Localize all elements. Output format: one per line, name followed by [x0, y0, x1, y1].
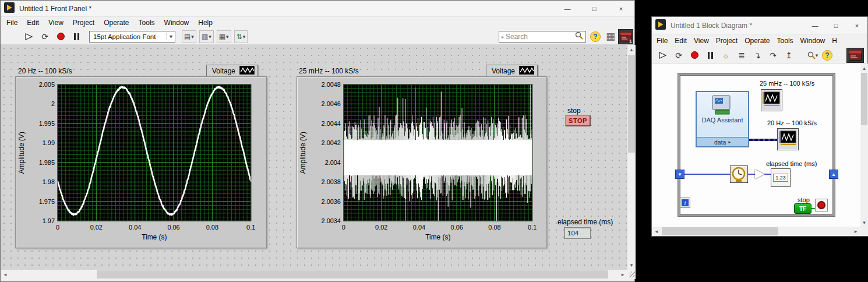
block-diagram-canvas[interactable]: DAQ Assistant data ▸ 25 mHz -- 100 kS/s …	[652, 64, 860, 227]
menu-project[interactable]: Project	[712, 36, 741, 46]
shift-register-right[interactable]: ▲	[829, 170, 838, 179]
chevron-down-icon: ▾	[209, 34, 211, 40]
resize-grip[interactable]	[629, 272, 635, 277]
wire-shift-register-to-clock[interactable]	[684, 174, 730, 175]
stop-button[interactable]: STOP	[565, 115, 591, 126]
daq-data-port[interactable]: data ▸	[697, 137, 748, 146]
elapsed-time-node[interactable]	[730, 165, 748, 183]
window-thumbnail-button[interactable]: 1	[618, 29, 633, 44]
scrollbar-thumb[interactable]	[97, 270, 608, 279]
chart2-legend[interactable]: Voltage	[486, 65, 538, 77]
run-button[interactable]	[657, 49, 669, 62]
waveform-chart-noise[interactable]: 2.00342.00362.00382.0042.00422.00442.004…	[297, 76, 547, 248]
front-panel-titlebar[interactable]: Untitled 1 Front Panel * — □ ×	[1, 1, 634, 17]
block-diagram-titlebar[interactable]: Untitled 1 Block Diagram * — □ ×	[652, 17, 867, 34]
chart2-caption: 25 mHz -- 100 kS/s	[299, 67, 359, 75]
dynamic-data-wire[interactable]	[749, 139, 777, 141]
highlight-execution-button[interactable]: ☼	[719, 49, 732, 62]
abort-button[interactable]	[54, 30, 67, 43]
search-icon[interactable]	[575, 31, 583, 42]
daq-assistant-label: DAQ Assistant	[702, 117, 743, 124]
stop-boolean-terminal[interactable]: TF	[794, 203, 811, 214]
loop-iteration-terminal[interactable]: i	[680, 198, 690, 208]
close-button[interactable]: ×	[846, 17, 867, 34]
shift-register-left[interactable]: ▼	[675, 170, 684, 179]
abort-button[interactable]	[688, 49, 701, 62]
horizontal-scrollbar[interactable]: ◂ ▸	[652, 227, 860, 236]
menu-file[interactable]: File	[2, 17, 22, 28]
scroll-down-icon[interactable]: ▾	[627, 260, 636, 270]
scroll-left-icon[interactable]: ◂	[652, 227, 661, 236]
scrollbar-thumb[interactable]	[662, 227, 778, 235]
menu-help[interactable]: H	[828, 36, 841, 46]
align-objects-dropdown[interactable]: ▤▾	[182, 30, 196, 43]
front-panel-canvas[interactable]: 20 Hz -- 100 kS/s Voltage 1.971.9751.981…	[1, 45, 627, 270]
distribute-objects-dropdown[interactable]: ▥▾	[199, 30, 214, 43]
menu-operate[interactable]: Operate	[741, 36, 773, 46]
window-thumbnail-button[interactable]	[846, 48, 864, 63]
menu-project[interactable]: Project	[68, 17, 99, 28]
maximize-button[interactable]: □	[825, 17, 846, 34]
vertical-scrollbar[interactable]: ▴ ▾	[627, 45, 636, 270]
menu-help[interactable]: Help	[193, 17, 217, 28]
svg-text:1.98: 1.98	[43, 178, 55, 185]
wire-clock-to-conversion[interactable]	[748, 174, 755, 175]
retain-wire-values-button[interactable]: ≣	[735, 49, 748, 62]
scroll-down-icon[interactable]: ▾	[860, 218, 868, 227]
scrollbar-thumb[interactable]	[628, 55, 635, 153]
waveform-chart-sine[interactable]: 1.971.9751.981.9851.991.99522.00500.020.…	[15, 76, 267, 248]
menu-operate[interactable]: Operate	[99, 17, 133, 28]
resize-objects-dropdown[interactable]: ▦▾	[217, 30, 231, 43]
menu-window[interactable]: Window	[160, 17, 194, 28]
menu-edit[interactable]: Edit	[671, 36, 690, 46]
reorder-dropdown[interactable]: ⇅▾	[234, 30, 248, 43]
step-out-button[interactable]: ↥	[782, 49, 795, 62]
menu-tools[interactable]: Tools	[134, 17, 160, 28]
pause-button[interactable]	[70, 30, 83, 43]
menu-view[interactable]: View	[44, 17, 68, 28]
grid-tool-button[interactable]: ▦	[604, 30, 617, 43]
window-badge: 1	[629, 38, 632, 44]
search-box[interactable]: ▸	[499, 31, 586, 43]
search-input[interactable]	[506, 33, 573, 41]
context-help-button[interactable]: ?	[590, 31, 601, 42]
scroll-right-icon[interactable]: ▸	[618, 270, 627, 279]
loop-conditional-terminal[interactable]	[815, 199, 828, 211]
font-selector-value: 15pt Application Font	[93, 33, 156, 40]
daq-assistant-node[interactable]: DAQ Assistant data ▸	[696, 91, 749, 147]
scroll-left-icon[interactable]: ◂	[1, 270, 10, 279]
menu-window[interactable]: Window	[797, 36, 829, 46]
pause-button[interactable]	[704, 49, 717, 62]
horizontal-scrollbar[interactable]: ◂ ▸	[1, 270, 627, 279]
close-button[interactable]: ×	[608, 1, 634, 16]
step-over-button[interactable]: ↷	[767, 49, 779, 62]
vertical-scrollbar[interactable]: ▴ ▾	[860, 64, 868, 227]
chart-terminal-25mhz[interactable]	[761, 89, 782, 111]
run-continuous-button[interactable]: ⟳	[38, 30, 51, 43]
scroll-up-icon[interactable]: ▴	[627, 45, 636, 54]
wire-conversion-to-indicator[interactable]	[764, 174, 771, 175]
step-into-button[interactable]: ↴	[751, 49, 764, 62]
menu-view[interactable]: View	[690, 36, 712, 46]
menu-file[interactable]: File	[653, 36, 671, 46]
menu-tools[interactable]: Tools	[774, 36, 797, 46]
chart1-legend[interactable]: Voltage	[206, 65, 258, 77]
menu-edit[interactable]: Edit	[22, 17, 44, 28]
scroll-right-icon[interactable]: ▸	[851, 227, 860, 236]
minimize-button[interactable]: —	[554, 1, 581, 16]
svg-text:0.06: 0.06	[451, 224, 463, 231]
maximize-button[interactable]: □	[581, 1, 608, 16]
conversion-node[interactable]	[755, 170, 764, 179]
desktop: Untitled 1 Front Panel * — □ × File Edit…	[0, 0, 868, 282]
font-selector[interactable]: 15pt Application Font ▾	[89, 31, 175, 43]
context-help-button[interactable]: ?	[822, 50, 832, 61]
svg-text:0.08: 0.08	[488, 224, 500, 231]
run-continuous-button[interactable]: ⟳	[672, 49, 685, 62]
minimize-button[interactable]: —	[805, 17, 825, 34]
numeric-indicator-terminal[interactable]: 1.23	[771, 168, 791, 187]
clean-up-search-button[interactable]: ▾	[806, 49, 819, 62]
scroll-up-icon[interactable]: ▴	[860, 64, 868, 72]
run-button[interactable]	[23, 30, 36, 43]
scrollbar-thumb[interactable]	[861, 73, 867, 125]
chart-terminal-20hz[interactable]	[777, 128, 799, 150]
